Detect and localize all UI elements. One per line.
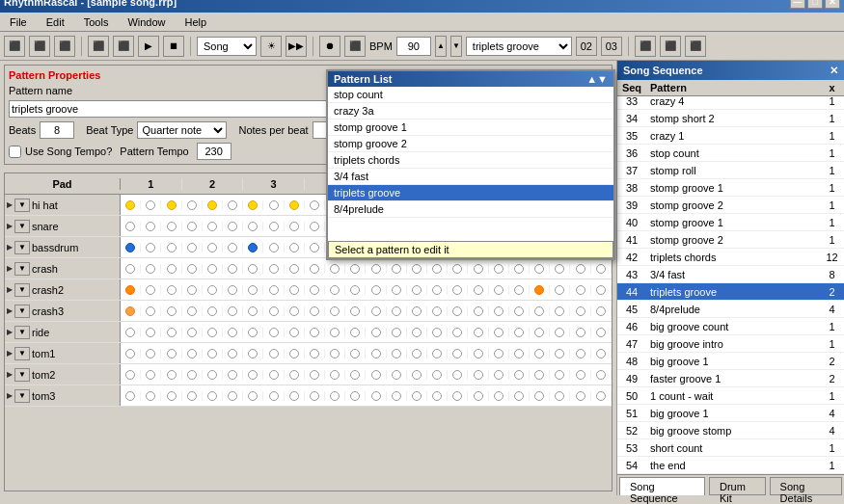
close-button[interactable]: ✕ — [825, 0, 840, 9]
seq-row[interactable]: 50 1 count - wait 1 — [617, 387, 844, 405]
song-mode-select[interactable]: Song Pattern — [197, 37, 257, 56]
pattern-tempo-input[interactable] — [197, 143, 231, 160]
beat-circle[interactable] — [125, 391, 135, 401]
beat-circle[interactable] — [392, 285, 401, 295]
beat-circle[interactable] — [534, 264, 544, 274]
beat-circle[interactable] — [125, 243, 135, 252]
popup-list-item[interactable]: 8/4prelude — [328, 201, 613, 218]
beat-circle[interactable] — [392, 328, 401, 337]
tab-song-details[interactable]: Song Details — [770, 477, 842, 495]
beat-circle[interactable] — [187, 200, 197, 210]
beat-circle[interactable] — [596, 306, 606, 316]
pad-arrow[interactable]: ▶ — [7, 349, 13, 358]
beat-circle[interactable] — [534, 349, 544, 358]
beat-circle[interactable] — [474, 370, 483, 380]
beat-circle[interactable] — [167, 306, 177, 316]
beat-circle[interactable] — [187, 285, 197, 295]
beat-circle[interactable] — [269, 285, 279, 295]
beat-circle[interactable] — [289, 200, 299, 210]
toolbar-btn-1[interactable]: ⬛ — [4, 36, 25, 57]
popup-list-item[interactable]: stomp groove 2 — [328, 136, 613, 152]
beat-circle[interactable] — [207, 370, 217, 380]
beat-circle[interactable] — [412, 264, 422, 274]
pad-button[interactable]: ▼ — [14, 241, 30, 254]
beat-circle[interactable] — [514, 285, 524, 295]
beat-circle[interactable] — [167, 222, 177, 231]
beat-circle[interactable] — [125, 306, 135, 316]
toolbar-btn-arrow[interactable]: ▶▶ — [286, 36, 307, 57]
beat-circle[interactable] — [167, 200, 177, 210]
seq-row[interactable]: 39 stomp groove 2 1 — [617, 197, 844, 214]
beat-circle[interactable] — [146, 349, 155, 358]
beat-circle[interactable] — [555, 306, 564, 316]
beat-circle[interactable] — [452, 349, 462, 358]
beat-circle[interactable] — [167, 264, 177, 274]
beat-circle[interactable] — [187, 328, 197, 337]
beat-circle[interactable] — [207, 243, 217, 252]
beat-circle[interactable] — [432, 306, 442, 316]
beat-circle[interactable] — [452, 285, 462, 295]
menu-file[interactable]: File — [4, 14, 33, 30]
toolbar-btn-3[interactable]: ⬛ — [54, 36, 75, 57]
beat-circle[interactable] — [248, 222, 258, 231]
beat-circle[interactable] — [330, 349, 340, 358]
beat-circle[interactable] — [228, 200, 237, 210]
beat-circle[interactable] — [432, 264, 442, 274]
beat-circle[interactable] — [248, 306, 258, 316]
pad-button[interactable]: ▼ — [14, 347, 30, 360]
pad-button[interactable]: ▼ — [14, 389, 30, 403]
seq-02-button[interactable]: 02 — [576, 37, 597, 56]
beat-circle[interactable] — [248, 264, 258, 274]
beat-circle[interactable] — [494, 370, 504, 380]
pad-arrow[interactable]: ▶ — [7, 370, 13, 379]
beat-circle[interactable] — [269, 306, 279, 316]
pad-button[interactable]: ▼ — [14, 305, 30, 318]
beat-circle[interactable] — [269, 243, 279, 252]
minimize-button[interactable]: — — [790, 0, 805, 9]
pad-arrow[interactable]: ▶ — [7, 264, 13, 273]
beat-circle[interactable] — [432, 349, 442, 358]
pad-button[interactable]: ▼ — [14, 368, 30, 382]
seq-row[interactable]: 43 3/4 fast 8 — [617, 266, 844, 283]
beat-circle[interactable] — [310, 243, 319, 252]
beat-circle[interactable] — [474, 285, 483, 295]
beat-circle[interactable] — [125, 222, 135, 231]
beat-circle[interactable] — [187, 391, 197, 401]
beat-circle[interactable] — [207, 391, 217, 401]
beat-circle[interactable] — [228, 264, 237, 274]
beat-circle[interactable] — [167, 285, 177, 295]
beat-circle[interactable] — [392, 349, 401, 358]
beat-circle[interactable] — [371, 349, 381, 358]
beat-circle[interactable] — [330, 370, 340, 380]
beat-circle[interactable] — [596, 285, 606, 295]
beat-circle[interactable] — [187, 243, 197, 252]
beat-circle[interactable] — [269, 370, 279, 380]
beat-circle[interactable] — [474, 349, 483, 358]
maximize-button[interactable]: □ — [807, 0, 823, 9]
toolbar-btn-5[interactable]: ⬛ — [113, 36, 134, 57]
beat-circle[interactable] — [534, 328, 544, 337]
pad-arrow[interactable]: ▶ — [7, 285, 13, 294]
beat-circle[interactable] — [289, 285, 299, 295]
beat-circle[interactable] — [576, 264, 585, 274]
toolbar-btn-6[interactable]: ⬛ — [344, 36, 366, 57]
beat-circle[interactable] — [412, 285, 422, 295]
beat-circle[interactable] — [228, 391, 237, 401]
beat-circle[interactable] — [494, 349, 504, 358]
beat-circle[interactable] — [392, 391, 401, 401]
popup-list-item[interactable]: stomp groove 1 — [328, 119, 613, 136]
beat-circle[interactable] — [310, 306, 319, 316]
use-song-tempo-checkbox[interactable] — [9, 146, 21, 158]
beat-circle[interactable] — [514, 306, 524, 316]
beat-circle[interactable] — [596, 349, 606, 358]
beat-circle[interactable] — [289, 222, 299, 231]
beat-circle[interactable] — [350, 391, 360, 401]
beat-circle[interactable] — [248, 285, 258, 295]
beat-circle[interactable] — [289, 243, 299, 252]
toolbar-btn-sun[interactable]: ☀ — [260, 36, 282, 57]
beat-circle[interactable] — [289, 328, 299, 337]
seq-row[interactable]: 53 short count 1 — [617, 439, 844, 457]
beat-circle[interactable] — [412, 370, 422, 380]
beat-circle[interactable] — [514, 328, 524, 337]
beat-circle[interactable] — [330, 328, 340, 337]
